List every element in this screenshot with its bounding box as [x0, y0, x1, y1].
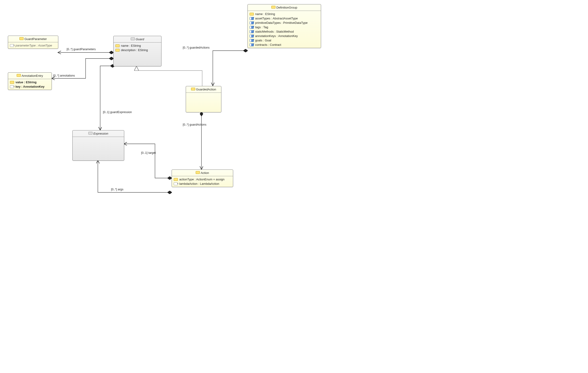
class-title: GuardParameter: [24, 37, 47, 41]
label-guardParameters: [0..*] guardParameters: [67, 48, 96, 51]
attr-icon: [116, 49, 120, 52]
attr-icon: [250, 13, 254, 15]
class-GuardParameter[interactable]: GuardParameter parameterType : AssetType: [8, 36, 58, 49]
refmany-icon: [250, 39, 254, 42]
attr-row: contracts : Contract: [249, 42, 319, 47]
refmany-icon: [250, 30, 254, 33]
attr-row: staticMethods : StaticMethod: [249, 29, 319, 34]
class-icon: [271, 6, 275, 9]
class-title: Expression: [94, 132, 108, 135]
class-Action[interactable]: Action actionType : ActionEnum = assign …: [172, 169, 233, 187]
attr-row: value : EString: [10, 80, 50, 84]
class-title: Guard: [136, 37, 144, 41]
class-Expression[interactable]: Expression: [73, 130, 124, 161]
attr-row: primitiveDataTypes : PrimitiveDataType: [249, 21, 319, 25]
attr-row: name : EString: [249, 12, 319, 16]
attr-row: name : EString: [115, 43, 160, 48]
label-args: [0..*] args: [111, 188, 124, 191]
attr-row: assetTypes : AbstractAssetType: [249, 16, 319, 21]
class-title: DefinitionGroup: [276, 6, 297, 9]
refmany-icon: [250, 17, 254, 20]
attr-row: lambdaAction : LambdaAction: [173, 182, 231, 186]
class-title: GuardedAction: [196, 88, 216, 91]
attr-row: goals : Goal: [249, 38, 319, 42]
refmany-icon: [250, 26, 254, 29]
class-title: AnnotationEntry: [21, 74, 43, 77]
refmany-icon: [250, 21, 254, 24]
ref-icon: [174, 182, 178, 185]
class-AnnotationEntry[interactable]: AnnotationEntry value : EString key : An…: [8, 73, 52, 90]
label-guardExpression: [0..1] guardExpression: [103, 111, 132, 114]
class-icon: [196, 171, 200, 174]
class-DefinitionGroup[interactable]: DefinitionGroup name : EString assetType…: [248, 4, 321, 48]
class-Guard[interactable]: Guard name : EString description : EStri…: [113, 36, 161, 66]
class-title: Action: [200, 171, 209, 175]
label-guardActions: [0..*] guardActions: [183, 123, 206, 126]
attr-row: annotationKeys : AnnotationKey: [249, 34, 319, 38]
ref-icon: [10, 85, 14, 88]
attr-row: tags : Tag: [249, 25, 319, 29]
class-icon: [17, 74, 21, 77]
attr-row: key : AnnotationKey: [10, 84, 50, 89]
class-icon: [191, 88, 195, 90]
label-target: [0..1] target: [141, 151, 156, 155]
abstract-class-icon: [88, 132, 93, 135]
class-icon: [20, 37, 24, 40]
attr-icon: [10, 81, 14, 84]
attr-icon: [116, 44, 120, 47]
attr-icon: [174, 178, 178, 181]
attr-row: parameterType : AssetType: [10, 43, 57, 48]
attr-row: actionType : ActionEnum = assign: [173, 177, 231, 182]
refmany-icon: [250, 35, 254, 37]
ref-icon: [10, 44, 14, 47]
attr-row: description : EString: [115, 48, 160, 52]
label-guardedActions: [0..*] guardedActions: [183, 46, 210, 49]
diagram-canvas: [0..*] guardParameters [0..*] annotation…: [2, 2, 331, 215]
class-GuardedAction[interactable]: GuardedAction: [186, 86, 221, 112]
refmany-icon: [250, 43, 254, 46]
abstract-class-icon: [131, 37, 135, 40]
label-annotations: [0..*] annotations: [53, 74, 75, 77]
